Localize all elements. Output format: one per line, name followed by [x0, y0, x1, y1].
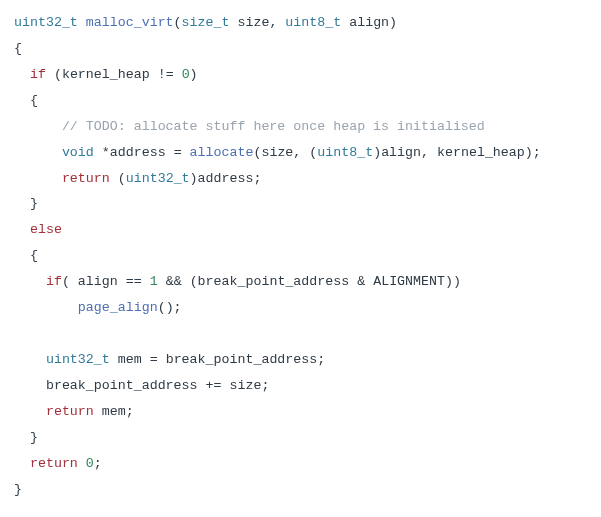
code-line: uint32_t mem = break_point_address;	[14, 347, 587, 373]
code-line: {	[14, 36, 587, 62]
identifier-token: break_point_address	[198, 274, 350, 289]
punct-token: )	[166, 300, 174, 315]
brace-token: {	[30, 248, 38, 263]
type-token: uint8_t	[317, 145, 373, 160]
code-line: break_point_address += size;	[14, 373, 587, 399]
function-name: malloc_virt	[86, 15, 174, 30]
punct-token: ;	[94, 456, 102, 471]
punct-token: ,	[421, 145, 429, 160]
identifier-token: break_point_address	[166, 352, 318, 367]
punct-token: )	[453, 274, 461, 289]
punct-token: (	[118, 171, 126, 186]
identifier-token: break_point_address	[46, 378, 198, 393]
number-token: 1	[150, 274, 158, 289]
function-name: allocate	[190, 145, 254, 160]
punct-token: ;	[253, 171, 261, 186]
punct-token: (	[158, 300, 166, 315]
keyword-token: if	[46, 274, 62, 289]
identifier-token: size	[261, 145, 293, 160]
identifier-token: mem	[118, 352, 142, 367]
code-line: if( align == 1 && (break_point_address &…	[14, 269, 587, 295]
code-line: return 0;	[14, 451, 587, 477]
code-line	[14, 321, 587, 347]
code-line: page_align();	[14, 295, 587, 321]
punct-token: )	[190, 67, 198, 82]
type-token: uint32_t	[46, 352, 110, 367]
function-name: page_align	[78, 300, 158, 315]
code-line: else	[14, 217, 587, 243]
keyword-token: else	[30, 222, 62, 237]
identifier-token: mem	[102, 404, 126, 419]
brace-token: {	[14, 41, 22, 56]
type-token: uint32_t	[14, 15, 78, 30]
operator-token: ==	[126, 274, 142, 289]
identifier-token: kernel_heap	[62, 67, 150, 82]
code-line: }	[14, 477, 587, 503]
code-line: return (uint32_t)address;	[14, 166, 587, 192]
code-line: }	[14, 191, 587, 217]
punct-token: (	[174, 15, 182, 30]
identifier-token: align	[381, 145, 421, 160]
identifier-token: ALIGNMENT	[373, 274, 445, 289]
operator-token: =	[150, 352, 158, 367]
punct-token: ;	[533, 145, 541, 160]
operator-token: &	[357, 274, 365, 289]
identifier-token: size	[237, 15, 269, 30]
number-token: 0	[86, 456, 94, 471]
code-line: void *address = allocate(size, (uint8_t)…	[14, 140, 587, 166]
operator-token: !=	[158, 67, 174, 82]
punct-token: )	[525, 145, 533, 160]
type-token: uint32_t	[126, 171, 190, 186]
punct-token: )	[389, 15, 397, 30]
type-token: size_t	[182, 15, 230, 30]
code-line: if (kernel_heap != 0)	[14, 62, 587, 88]
operator-token: &&	[166, 274, 182, 289]
code-line: return mem;	[14, 399, 587, 425]
brace-token: }	[14, 482, 22, 497]
brace-token: }	[30, 196, 38, 211]
keyword-token: return	[62, 171, 110, 186]
punct-token: )	[445, 274, 453, 289]
brace-token: {	[30, 93, 38, 108]
punct-token: ;	[261, 378, 269, 393]
keyword-token: if	[30, 67, 46, 82]
keyword-token: return	[46, 404, 94, 419]
code-line: // TODO: allocate stuff here once heap i…	[14, 114, 587, 140]
type-token: uint8_t	[285, 15, 341, 30]
operator-token: *	[102, 145, 110, 160]
operator-token: +=	[206, 378, 222, 393]
punct-token: (	[190, 274, 198, 289]
punct-token: (	[62, 274, 70, 289]
identifier-token: align	[349, 15, 389, 30]
punct-token: )	[373, 145, 381, 160]
number-token: 0	[182, 67, 190, 82]
operator-token: =	[174, 145, 182, 160]
brace-token: }	[30, 430, 38, 445]
punct-token: ;	[126, 404, 134, 419]
code-line: }	[14, 425, 587, 451]
punct-token: ;	[174, 300, 182, 315]
code-line: {	[14, 243, 587, 269]
identifier-token: address	[198, 171, 254, 186]
identifier-token: size	[229, 378, 261, 393]
code-line: uint32_t malloc_virt(size_t size, uint8_…	[14, 10, 587, 36]
code-line: {	[14, 88, 587, 114]
comment-token: // TODO: allocate stuff here once heap i…	[62, 119, 485, 134]
type-token: void	[62, 145, 94, 160]
punct-token: )	[190, 171, 198, 186]
identifier-token: address	[110, 145, 166, 160]
identifier-token: kernel_heap	[437, 145, 525, 160]
punct-token: (	[54, 67, 62, 82]
keyword-token: return	[30, 456, 78, 471]
punct-token: ;	[317, 352, 325, 367]
identifier-token: align	[78, 274, 118, 289]
code-block: uint32_t malloc_virt(size_t size, uint8_…	[14, 10, 587, 503]
